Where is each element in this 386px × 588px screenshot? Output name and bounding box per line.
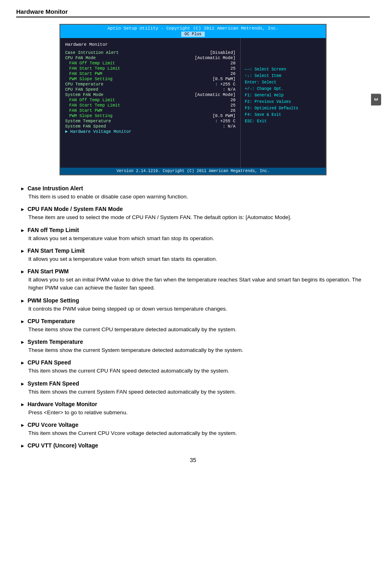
bullet-header: ►CPU VTT (Uncore) Voltage [20, 442, 366, 449]
bullet-item: ►CPU TemperatureThese items show the cur… [20, 318, 366, 334]
bullet-arrow-icon: ► [20, 381, 25, 387]
bullet-item: ►FAN Start PWMIt allows you to set an in… [20, 268, 366, 292]
bios-screenshot: Aptio Setup Utility - Copyright (C) 2011… [59, 24, 327, 175]
bios-row: FAN Start PWM26 [65, 71, 235, 76]
bullet-desc: This item shows the Current CPU Vcore vo… [20, 429, 366, 437]
chapter-tab: 3 [371, 94, 381, 105]
bios-help-line: F3: Optimized Defaults [245, 105, 322, 112]
bullet-header: ►FAN off Temp Limit [20, 227, 366, 233]
bios-help-panel: ←→: Select Screen↑↓: Select ItemEnter: S… [241, 38, 326, 168]
bios-tab-ocplus: OC Plus [181, 32, 205, 37]
bullet-header: ►Hardware Voltage Monitor [20, 401, 366, 407]
bullet-arrow-icon: ► [20, 228, 25, 233]
bullet-arrow-icon: ► [20, 186, 25, 192]
bullet-heading: System FAN Speed [28, 380, 79, 387]
bios-footer: Version 2.14.1219. Copyright (C) 2011 Am… [60, 168, 326, 175]
bullet-desc: These items show the current CPU tempera… [20, 326, 366, 334]
bullet-item: ►PWM Slope SettingIt controls the PWM va… [20, 297, 366, 313]
bullet-header: ►CPU FAN Mode / System FAN Mode [20, 206, 366, 212]
bullet-item: ►System FAN SpeedThis item shows the cur… [20, 380, 366, 396]
page-title: Hardware Monitor [16, 8, 370, 17]
bios-help-line: F2: Previous Values [245, 99, 322, 105]
bullet-header: ►CPU Temperature [20, 318, 366, 324]
bullet-item: ►CPU FAN Mode / System FAN ModeThese ite… [20, 206, 366, 222]
bios-rows: Case Intrustion Alert[Disabled]CPU FAN M… [65, 50, 235, 134]
bios-help-line: ↑↓: Select Item [245, 73, 322, 79]
bullet-desc: These item are used to select the mode o… [20, 213, 366, 222]
bios-help-line: +/-: Change Opt. [245, 86, 322, 92]
bullet-heading: PWM Slope Setting [28, 297, 79, 304]
bullet-item: ►FAN off Temp LimitIt allows you set a t… [20, 227, 366, 243]
bios-help-text: ←→: Select Screen↑↓: Select ItemEnter: S… [245, 66, 322, 125]
bios-help-line: F1: General Help [245, 92, 322, 99]
bullet-item: ►CPU VTT (Uncore) Voltage [20, 442, 366, 449]
bios-help-line: ←→: Select Screen [245, 66, 322, 73]
bios-section-title: Hardware Monitor [65, 42, 235, 47]
page-number: 35 [16, 457, 370, 463]
bios-row: CPU FAN Speed: N/A [65, 87, 235, 92]
bios-help-line: F4: Save & Exit [245, 112, 322, 118]
bullet-arrow-icon: ► [20, 319, 25, 324]
bullet-heading: Hardware Voltage Monitor [28, 401, 97, 407]
bullet-item: ►Case Intrustion AlertThis item is used … [20, 185, 366, 201]
bios-row: Case Intrustion Alert[Disabled] [65, 50, 235, 55]
bios-row: FAN Off Temp Limit20 [65, 98, 235, 102]
bullet-heading: FAN off Temp Limit [28, 227, 79, 233]
bullet-arrow-icon: ► [20, 248, 25, 254]
bullet-arrow-icon: ► [20, 422, 25, 428]
bullet-item: ►CPU FAN SpeedThis item shows the curren… [20, 359, 366, 375]
bullet-header: ►PWM Slope Setting [20, 297, 366, 304]
bullet-heading: System Temperature [28, 339, 83, 345]
bullet-heading: FAN Start Temp Limit [28, 247, 85, 254]
bullet-arrow-icon: ► [20, 360, 25, 366]
bullet-header: ►FAN Start Temp Limit [20, 247, 366, 254]
bullet-item: ►Hardware Voltage MonitorPress <Enter> t… [20, 401, 366, 417]
bios-row: FAN Start Temp Limit25 [65, 103, 235, 108]
bios-row: System Temperature: +255 C [65, 119, 235, 124]
bios-help-line: ESC: Exit [245, 118, 322, 125]
bullet-heading: CPU Temperature [28, 318, 75, 324]
content-area: ►Case Intrustion AlertThis item is used … [16, 185, 370, 449]
bullet-arrow-icon: ► [20, 269, 25, 275]
bullet-arrow-icon: ► [20, 339, 25, 345]
bullet-header: ►FAN Start PWM [20, 268, 366, 275]
bullet-desc: Press <Enter> to go to relative submenu. [20, 409, 366, 417]
bullet-arrow-icon: ► [20, 443, 25, 449]
bios-row: System FAN Mode[Automatic Mode] [65, 92, 235, 97]
bullets-container: ►Case Intrustion AlertThis item is used … [20, 185, 366, 449]
bullet-arrow-icon: ► [20, 298, 25, 304]
bullet-heading: FAN Start PWM [28, 268, 69, 275]
bios-row: CPU FAN Mode[Automatic Mode] [65, 55, 235, 60]
bullet-header: ►System Temperature [20, 339, 366, 345]
bullet-desc: This item shows the current CPU FAN spee… [20, 367, 366, 375]
bios-row: FAN Start PWM26 [65, 108, 235, 113]
bullet-header: ►CPU FAN Speed [20, 359, 366, 366]
bios-left-panel: Hardware Monitor Case Intrustion Alert[D… [60, 38, 241, 168]
bullet-desc: It allows you to set an initial PWM valu… [20, 276, 366, 292]
bullet-header: ►Case Intrustion Alert [20, 185, 366, 192]
bios-header-title: Aptio Setup Utility - Copyright (C) 2011… [63, 26, 323, 31]
bullet-header: ►System FAN Speed [20, 380, 366, 387]
bios-help-line: Enter: Select [245, 79, 322, 86]
bios-row: ► Hardware Voltage Monitor [65, 129, 235, 134]
bullet-heading: CPU FAN Mode / System FAN Mode [28, 206, 123, 212]
bios-row: System FAN Speed: N/A [65, 124, 235, 129]
bios-row: FAN Start Temp Limit25 [65, 66, 235, 71]
bullet-desc: It allows you set a temperature value fr… [20, 255, 366, 263]
bios-row: CPU Temperature: +255 C [65, 82, 235, 87]
bullet-desc: This item is used to enable or disable c… [20, 193, 366, 201]
bios-row: PWM Slope Setting[0.5 PWM] [65, 113, 235, 118]
bullet-desc: These items show the current System temp… [20, 346, 366, 354]
bullet-arrow-icon: ► [20, 402, 25, 407]
bullet-header: ►CPU Vcore Voltage [20, 422, 366, 428]
bios-header: Aptio Setup Utility - Copyright (C) 2011… [60, 25, 326, 38]
bios-row: PWM Slope Setting[0.5 PWM] [65, 77, 235, 81]
bullet-arrow-icon: ► [20, 207, 25, 212]
bullet-item: ►FAN Start Temp LimitIt allows you set a… [20, 247, 366, 263]
bullet-heading: CPU Vcore Voltage [28, 422, 78, 428]
bios-row: FAN Off Temp Limit20 [65, 61, 235, 66]
bullet-desc: This item shows the current System FAN s… [20, 388, 366, 396]
bullet-desc: It controls the PWM value being stepped … [20, 305, 366, 313]
bullet-heading: CPU VTT (Uncore) Voltage [28, 442, 98, 449]
bullet-item: ►CPU Vcore VoltageThis item shows the Cu… [20, 422, 366, 437]
